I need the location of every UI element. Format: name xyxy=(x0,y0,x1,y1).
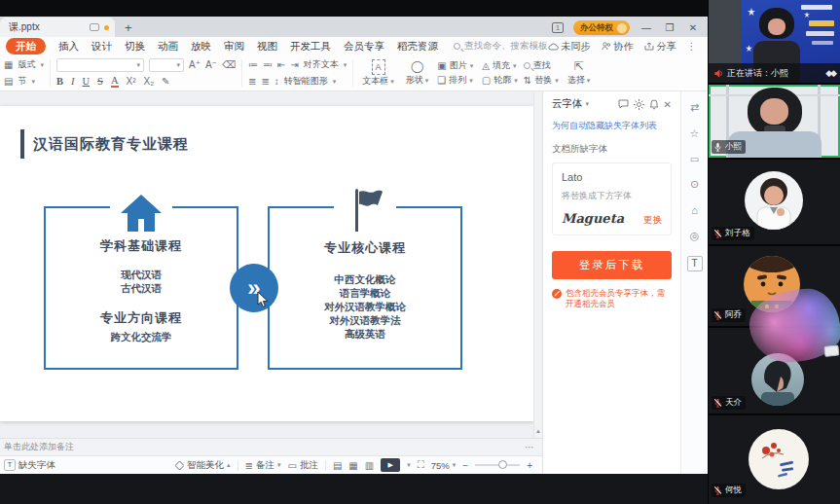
zoom-in-button[interactable]: + xyxy=(527,460,532,471)
bullet-list-button[interactable]: ≔ xyxy=(248,59,258,71)
notes-button[interactable]: ≣ 备注 ▾ xyxy=(245,459,281,472)
tab-slideshow[interactable]: 放映 xyxy=(191,40,211,54)
strikethrough-button[interactable]: S xyxy=(97,76,103,87)
decrease-indent-button[interactable]: ⇤ xyxy=(277,59,285,71)
tab-review[interactable]: 审阅 xyxy=(224,40,244,54)
highlight-button[interactable]: ✎ xyxy=(162,76,169,88)
why-hidden-link[interactable]: 为何自动隐藏缺失字体列表 xyxy=(552,120,672,132)
scroll-arrow-icon[interactable]: ▲ xyxy=(535,428,541,434)
line-spacing-button[interactable]: ↕ xyxy=(274,76,279,88)
zoom-level[interactable]: 75% ▾ xyxy=(431,460,457,471)
collaborate-button[interactable]: 协作 xyxy=(602,40,634,54)
tab-home[interactable]: 开始 xyxy=(6,38,46,54)
tab-view[interactable]: 视图 xyxy=(257,40,277,54)
participant-tile-active[interactable]: 小熙 xyxy=(709,85,840,158)
bell-icon[interactable] xyxy=(649,99,659,110)
tab-transition[interactable]: 切换 xyxy=(125,40,145,54)
window-switch-icon[interactable]: 1 xyxy=(552,22,564,33)
normal-view-button[interactable]: ▤ xyxy=(333,460,342,471)
advance-chevron-badge[interactable]: » xyxy=(230,264,278,312)
share-button[interactable]: 分享 xyxy=(644,40,676,54)
notes-pane[interactable]: 单击此处添加备注 ⋯ xyxy=(0,438,542,455)
bold-button[interactable]: B xyxy=(56,76,63,87)
restore-button[interactable]: ❐ xyxy=(663,22,676,33)
tab-design[interactable]: 设计 xyxy=(91,40,112,54)
text-tool-icon[interactable]: T xyxy=(687,256,703,271)
fill-button[interactable]: ◬填充▾ xyxy=(482,59,516,72)
clear-format-button[interactable]: ⌫ xyxy=(222,59,236,71)
tab-animation[interactable]: 动画 xyxy=(158,40,178,54)
font-color-button[interactable]: A xyxy=(111,75,119,88)
italic-button[interactable]: I xyxy=(71,76,75,87)
grow-font-button[interactable]: A⁺ xyxy=(189,59,201,71)
more-menu-icon[interactable]: ⋮ xyxy=(687,41,697,52)
replace-button[interactable]: ⇅替换▾ xyxy=(524,74,559,87)
slide-sorter-view-button[interactable]: ▦ xyxy=(348,460,357,471)
zoom-slider-knob[interactable] xyxy=(498,460,507,469)
textbox-button[interactable]: A 文本框▾ xyxy=(359,57,397,89)
smart-beautify-button[interactable]: 智能美化 ▴ xyxy=(175,459,231,472)
arrange-button[interactable]: ❏排列▾ xyxy=(437,74,472,87)
tab-member[interactable]: 会员专享 xyxy=(344,40,384,54)
vertical-scrollbar[interactable]: ▲ xyxy=(533,91,542,438)
tab-docer[interactable]: 稻壳资源 xyxy=(397,40,438,54)
tab-devtools[interactable]: 开发工具 xyxy=(290,40,331,54)
tab-insert[interactable]: 插入 xyxy=(58,40,79,54)
increase-indent-button[interactable]: ⇥ xyxy=(290,59,298,71)
missing-font-card[interactable]: Lato 将替换成下方字体 Magueta 更换 xyxy=(552,162,672,235)
smart-graphic-button[interactable]: 转智能图形 xyxy=(284,75,328,88)
select-button[interactable]: ⇱ 选择▾ xyxy=(565,57,594,89)
shrink-font-button[interactable]: A⁻ xyxy=(205,59,217,71)
layout-button[interactable]: 版式 xyxy=(18,58,35,71)
minimize-button[interactable]: — xyxy=(639,22,653,33)
rail-resources-icon[interactable]: ⌂ xyxy=(691,204,698,216)
subscript-button[interactable]: X₂ xyxy=(144,76,155,88)
outline-button[interactable]: ▢轮廓▾ xyxy=(482,74,518,87)
participant-tile[interactable]: 刘子格 xyxy=(709,160,840,244)
document-tab[interactable]: 课.pptx xyxy=(0,18,115,37)
feedback-icon[interactable] xyxy=(618,99,629,109)
comments-button[interactable]: ▭ 批注 xyxy=(287,459,317,472)
participant-tile[interactable]: 正在讲话：小熙 ◆◆ xyxy=(709,0,840,83)
play-icon: ▶ xyxy=(388,461,393,469)
slide[interactable]: 汉语国际教育专业课程 学科基础课程 现代汉语 古代汉语 专业方向课程 跨文化交流… xyxy=(0,106,533,421)
font-size-select[interactable]: ▾ xyxy=(149,58,184,72)
basic-courses-box[interactable]: 学科基础课程 现代汉语 古代汉语 专业方向课程 跨文化交流学 xyxy=(44,206,238,370)
command-search[interactable]: 查找命令、搜索模板 xyxy=(454,40,548,53)
shape-button[interactable]: ◯ 形状▾ xyxy=(403,57,432,89)
core-courses-box[interactable]: 专业核心课程 中西文化概论 语言学概论 对外汉语教学概论 对外汉语教学法 高级英… xyxy=(268,206,462,370)
align-text-button[interactable]: 对齐文本 xyxy=(304,58,339,71)
find-button[interactable]: 查找 xyxy=(524,59,559,72)
underline-button[interactable]: U xyxy=(82,76,90,87)
picture-button[interactable]: ▣图片▾ xyxy=(437,59,473,72)
rail-help-icon[interactable]: ⊙ xyxy=(690,178,699,191)
sync-status[interactable]: 未同步 xyxy=(548,40,591,54)
login-download-button[interactable]: 登录后下载 xyxy=(552,251,672,279)
rail-selection-pane-icon[interactable]: ▭ xyxy=(690,154,699,164)
section-button[interactable]: 节 xyxy=(18,75,26,88)
notes-more-icon[interactable]: ⋯ xyxy=(525,442,534,452)
zoom-out-button[interactable]: − xyxy=(462,460,468,471)
rail-transition-icon[interactable]: ⇄ xyxy=(690,101,699,114)
new-tab-button[interactable]: + xyxy=(125,20,132,37)
align-left-button[interactable]: ≣ xyxy=(248,76,256,88)
font-name-select[interactable]: ▾ xyxy=(56,58,144,72)
member-badge[interactable]: 办公特权 xyxy=(573,20,630,35)
superscript-button[interactable]: X² xyxy=(127,76,136,88)
change-font-link[interactable]: 更换 xyxy=(643,214,662,227)
participant-tile[interactable]: 何悦 xyxy=(709,415,840,504)
rail-effects-icon[interactable]: ☆ xyxy=(690,127,700,140)
close-panel-icon[interactable]: ✕ xyxy=(664,99,672,110)
zoom-slider[interactable] xyxy=(475,464,520,466)
slide-title[interactable]: 汉语国际教育专业课程 xyxy=(33,135,189,154)
rail-settings-icon[interactable]: ◎ xyxy=(690,230,700,242)
align-center-button[interactable]: ≣ xyxy=(261,76,269,88)
number-list-button[interactable]: ≕ xyxy=(263,59,273,71)
reading-view-button[interactable]: ▥ xyxy=(365,460,374,471)
caret-down-icon[interactable]: ▾ xyxy=(586,100,590,108)
gear-icon[interactable] xyxy=(634,99,644,110)
fit-slide-button[interactable]: ⛶ xyxy=(418,459,424,471)
slideshow-play-button[interactable]: ▶ xyxy=(381,458,400,472)
missing-font-indicator[interactable]: T 缺失字体 xyxy=(4,459,55,472)
close-button[interactable]: ✕ xyxy=(686,22,700,33)
